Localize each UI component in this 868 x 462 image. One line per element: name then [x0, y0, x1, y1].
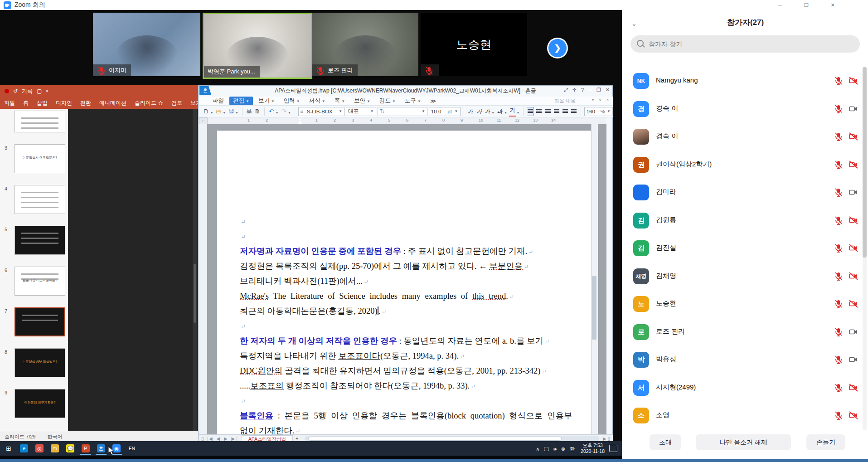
underline-button[interactable]: 가	[484, 107, 491, 116]
save-icon[interactable]: ▢	[37, 88, 42, 94]
hwp-menu-서식[interactable]: 서식▼	[305, 97, 329, 105]
hwp-control-─[interactable]: ─	[588, 87, 592, 93]
tray-icon[interactable]: 🕪	[553, 446, 557, 452]
scroll-right-buttons[interactable]: ▶ ▯	[603, 436, 610, 441]
hscrollbar-thumb[interactable]	[308, 437, 562, 441]
doc-icon[interactable]: ▯	[201, 436, 204, 441]
hwp-menu-편집[interactable]: 편집▼	[229, 97, 253, 105]
hwp-window-controls[interactable]: ⤢✛?─❐✕	[564, 87, 610, 93]
participant-row[interactable]: 경경숙 이	[622, 95, 868, 123]
align-button-0[interactable]	[527, 107, 534, 116]
unmute-self-button[interactable]: 나만 음소거 해제	[696, 434, 791, 450]
find-controls[interactable]: ▾ ∨ ×	[592, 97, 611, 102]
participant-row[interactable]: NKNamgyu kang	[622, 67, 868, 95]
taskbar-hwp-icon[interactable]: 혼	[94, 442, 108, 455]
ppt-menu-파일[interactable]: 파일	[0, 97, 19, 109]
print-preview-button[interactable]: 🗎	[254, 107, 261, 116]
taskbar-powerpoint-icon[interactable]: P	[79, 442, 92, 455]
hwp-menu-검토[interactable]: 검토▼	[376, 97, 399, 105]
slide-thumbnail[interactable]: 논문작성시 조사설계는?	[15, 267, 65, 296]
participant-row[interactable]: 김미라	[622, 179, 868, 206]
new-document-button[interactable]: 🗋	[203, 107, 210, 116]
align-button-4[interactable]	[562, 107, 569, 116]
document-text[interactable]: ↵↵저자명과 자료명이 인용문 중에 포함된 경우 : 주 표시 없이 참고문헌…	[240, 214, 590, 434]
ppt-menu-애니메이션[interactable]: 애니메이션	[95, 97, 131, 109]
tray-icon[interactable]: 🖵	[544, 446, 549, 452]
bold-button[interactable]: 가	[467, 107, 474, 116]
line-spacing-combo[interactable]: 160%▼	[584, 107, 613, 116]
align-button-2[interactable]	[544, 107, 551, 116]
ppt-menu-슬라이드 쇼[interactable]: 슬라이드 쇼	[131, 97, 167, 109]
video-tile[interactable]: 노승현	[421, 13, 527, 76]
participant-row[interactable]: 노노승현	[622, 290, 868, 318]
hwp-menu-≫[interactable]: ≫	[427, 97, 440, 105]
participant-row[interactable]: 채영김채영	[622, 263, 868, 290]
highlight-button[interactable]: 가	[509, 107, 516, 117]
redo-button[interactable]: ↷	[280, 107, 287, 116]
indent-marker[interactable]	[297, 118, 302, 124]
taskbar-chrome-icon[interactable]: ◎	[33, 442, 46, 455]
slide-thumbnail[interactable]	[15, 226, 65, 255]
participant-row[interactable]: 로로즈 핀리	[622, 318, 868, 346]
slide-thumbnail[interactable]	[15, 185, 65, 214]
invite-button[interactable]: 초대	[650, 434, 681, 450]
video-tile[interactable]: 이지미	[93, 13, 200, 76]
hwp-control-❐[interactable]: ❐	[596, 87, 601, 93]
ppt-scrollbar-thumb[interactable]	[194, 264, 196, 323]
participant-row[interactable]: 서서지형(2499)	[622, 374, 868, 402]
next-page-videos-button[interactable]: ❯	[547, 38, 568, 58]
ppt-menu-삽입[interactable]: 삽입	[33, 97, 52, 109]
participant-search-input[interactable]	[630, 35, 860, 53]
participant-row[interactable]: 권권이삭(임상2학기)	[622, 151, 868, 179]
ppt-menu-전환[interactable]: 전환	[76, 97, 95, 109]
video-tile[interactable]: 로즈 핀리	[312, 13, 418, 76]
slide-thumbnail[interactable]: 논문작성시 연구질문은?	[15, 144, 65, 173]
align-button-1[interactable]	[535, 107, 543, 116]
slide-thumbnail[interactable]: 여러분의 연구계획은?	[15, 389, 65, 418]
hwp-menu-도구[interactable]: 도구▼	[401, 97, 425, 105]
tab-nav-buttons[interactable]: |◀ ◀ ▶ ▶|	[207, 436, 239, 441]
tray-icon[interactable]: ⊗	[561, 446, 565, 452]
slide-thumbnail[interactable]	[15, 307, 65, 336]
slide-thumbnail[interactable]: 논문양식 APA 작성법은?	[15, 348, 65, 377]
participant-row[interactable]: 김김원룡	[622, 207, 868, 234]
participant-row[interactable]: 박박유정	[622, 346, 868, 374]
outline-button[interactable]: 과	[496, 107, 504, 116]
undo-button[interactable]: ↶	[268, 107, 275, 116]
align-button-3[interactable]	[553, 107, 560, 116]
tray-icon[interactable]: ∧	[536, 446, 539, 452]
raise-hand-button[interactable]: 손들기	[806, 434, 845, 450]
hwp-menu-보안[interactable]: 보안▼	[350, 97, 374, 105]
taskbar-start-icon[interactable]: ⊞	[2, 442, 15, 455]
hwp-menu-입력[interactable]: 입력▼	[280, 97, 304, 105]
ppt-menu-검토[interactable]: 검토	[167, 97, 186, 109]
paragraph-style-combo[interactable]: ≡.S-LIB-BOX▼	[298, 107, 344, 116]
font-size-combo[interactable]: 10.0pt▼	[429, 107, 461, 116]
align-button-5[interactable]	[570, 107, 577, 116]
add-tab-button[interactable]: +	[293, 436, 301, 441]
hwp-control-?[interactable]: ?	[581, 87, 584, 93]
hwp-vscrollbar-thumb[interactable]	[592, 276, 596, 340]
participant-row[interactable]: 경숙 이	[622, 123, 868, 151]
hwp-menu-파일[interactable]: 파일	[209, 97, 228, 105]
italic-button[interactable]: 가	[475, 107, 483, 116]
taskbar-file-explorer-icon[interactable]: 🗀	[48, 442, 62, 455]
undo-icon[interactable]: ↺	[13, 88, 18, 94]
style-combo[interactable]: 대표▼	[346, 107, 376, 116]
hwp-menu-보기[interactable]: 보기▼	[255, 97, 278, 105]
ppt-menu-홈[interactable]: 홈	[19, 97, 33, 109]
taskbar-clock[interactable]: 오후 7:532020-11-18	[581, 443, 605, 454]
hwp-horizontal-scrollbar[interactable]	[305, 436, 599, 441]
slide-thumbnail[interactable]	[15, 111, 65, 132]
tray-icon[interactable]: 한	[570, 446, 575, 452]
taskbar-edge-icon[interactable]: e	[17, 442, 31, 455]
hwp-control-⤢[interactable]: ⤢	[564, 87, 568, 93]
ppt-menu-디자인[interactable]: 디자인	[52, 97, 76, 109]
open-button[interactable]: 🗁	[215, 107, 223, 116]
taskbar-kakaotalk-icon[interactable]: 💬	[63, 442, 77, 455]
participant-row[interactable]: 소소영	[622, 402, 868, 429]
hwp-control-✛[interactable]: ✛	[572, 87, 577, 93]
chevron-down-icon[interactable]: ▾	[46, 89, 48, 93]
close-button[interactable]: ✕	[824, 0, 842, 10]
save-button[interactable]: 🖫	[228, 107, 235, 116]
